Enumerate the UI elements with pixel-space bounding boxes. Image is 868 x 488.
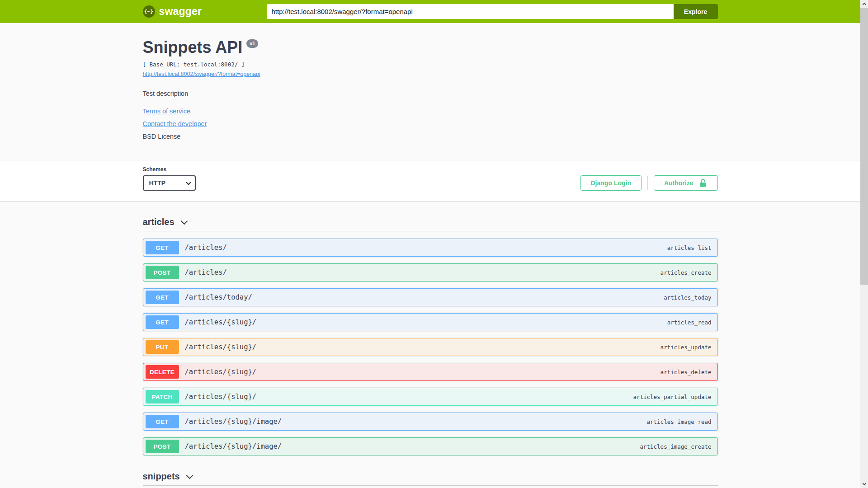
swagger-logo-text: swagger: [159, 5, 202, 18]
operation-row[interactable]: GET /articles/{slug}/ articles_read: [143, 313, 718, 331]
tag-title: articles: [143, 217, 175, 227]
swagger-logo-icon: {⋯}: [143, 5, 155, 18]
authorize-label: Authorize: [664, 179, 693, 187]
operation-path: /articles/: [185, 268, 227, 277]
spec-url-input[interactable]: [267, 4, 674, 19]
tag-section: articles GET /articles/ articles_list PO…: [143, 217, 718, 455]
chevron-down-icon: [180, 218, 188, 225]
operation-id: articles_update: [660, 344, 712, 351]
version-badge: v1: [246, 39, 258, 48]
scrollbar-up-arrow[interactable]: [860, 0, 868, 8]
method-badge: POST: [146, 266, 179, 279]
topbar: {⋯} swagger Explore: [0, 0, 860, 23]
info-section: Snippets API v1 [ Base URL: test.local:8…: [143, 23, 718, 161]
auth-wrapper: Django Login Authorize: [580, 175, 718, 191]
operation-id: articles_image_read: [647, 418, 712, 425]
terms-of-service-link[interactable]: Terms of service: [143, 108, 191, 115]
swagger-logo[interactable]: {⋯} swagger: [143, 5, 202, 18]
method-badge: PUT: [146, 340, 179, 354]
license-label: BSD License: [143, 133, 718, 140]
chevron-down-icon: [186, 472, 193, 479]
contact-developer-link[interactable]: Contact the developer: [143, 120, 207, 127]
django-login-label: Django Login: [591, 179, 631, 187]
operation-row[interactable]: GET /articles/{slug}/image/ articles_ima…: [143, 413, 718, 431]
operations-list: articles GET /articles/ articles_list PO…: [143, 201, 718, 488]
operation-row[interactable]: POST /articles/ articles_create: [143, 263, 718, 282]
operation-id: articles_today: [664, 294, 711, 301]
operation-id: articles_list: [667, 244, 712, 251]
method-badge: PATCH: [146, 390, 179, 404]
django-login-button[interactable]: Django Login: [580, 175, 642, 191]
operation-path: /articles/today/: [185, 293, 252, 301]
scrollbar-thumb[interactable]: [860, 8, 868, 285]
operation-id: articles_read: [667, 319, 712, 326]
api-description: Test description: [143, 90, 718, 97]
operation-path: /articles/{slug}/: [185, 368, 257, 376]
operation-path: /articles/{slug}/image/: [185, 418, 282, 426]
operation-path: /articles/{slug}/: [185, 393, 257, 401]
operation-path: /articles/{slug}/: [185, 318, 257, 326]
spec-url-form: Explore: [267, 4, 718, 19]
operation-row[interactable]: POST /articles/{slug}/image/ articles_im…: [143, 437, 718, 455]
method-badge: DELETE: [146, 365, 179, 379]
method-badge: GET: [146, 291, 179, 304]
chevron-down-icon: [862, 482, 866, 485]
tag-section: snippets GET /snippets/ snippets_list: [143, 471, 718, 488]
unlocked-padlock-icon: [698, 178, 708, 188]
explore-button[interactable]: Explore: [674, 4, 718, 19]
operation-id: articles_create: [660, 269, 712, 276]
authorize-button[interactable]: Authorize: [654, 175, 718, 191]
operation-id: articles_image_create: [640, 443, 711, 450]
operation-path: /articles/{slug}/image/: [185, 442, 282, 450]
scrollbar[interactable]: [860, 0, 868, 488]
operation-row[interactable]: GET /articles/today/ articles_today: [143, 288, 718, 306]
spec-link[interactable]: http://test.local:8002/swagger/?format=o…: [143, 71, 260, 77]
operation-row[interactable]: PUT /articles/{slug}/ articles_update: [143, 338, 718, 356]
chevron-up-icon: [862, 3, 866, 6]
method-badge: POST: [146, 440, 179, 453]
operation-row[interactable]: PATCH /articles/{slug}/ articles_partial…: [143, 388, 718, 406]
page-title: Snippets API v1: [143, 38, 718, 56]
method-badge: GET: [146, 241, 179, 254]
operation-path: /articles/: [185, 244, 227, 252]
scrollbar-down-arrow[interactable]: [860, 480, 868, 488]
method-badge: GET: [146, 315, 179, 329]
api-title-text: Snippets API: [143, 38, 243, 56]
schemes-select[interactable]: HTTP: [143, 175, 196, 191]
scheme-container: Schemes HTTP Django Login Authorize: [0, 161, 860, 201]
tag-title: snippets: [143, 471, 180, 482]
tag-operations: GET /articles/ articles_list POST /artic…: [143, 239, 718, 455]
page: {⋯} swagger Explore Snippets API v1 [ Ba…: [0, 0, 860, 488]
operation-id: articles_partial_update: [633, 394, 711, 400]
schemes-label: Schemes: [143, 166, 196, 173]
base-url: [ Base URL: test.local:8002/ ]: [143, 61, 718, 68]
tag-header[interactable]: articles: [143, 217, 718, 231]
operation-row[interactable]: GET /articles/ articles_list: [143, 239, 718, 257]
auth-divider: [647, 176, 648, 190]
schemes-group: Schemes HTTP: [143, 166, 196, 191]
tag-header[interactable]: snippets: [143, 471, 718, 486]
operation-path: /articles/{slug}/: [185, 343, 257, 351]
operation-row[interactable]: DELETE /articles/{slug}/ articles_delete: [143, 363, 718, 381]
operation-id: articles_delete: [660, 369, 712, 375]
method-badge: GET: [146, 415, 179, 428]
